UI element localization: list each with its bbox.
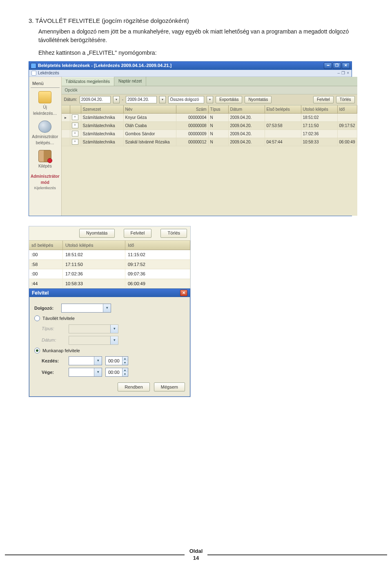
col-time[interactable]: Idő [125,241,190,250]
col-date[interactable]: Dátum [229,105,265,113]
folder-icon [38,91,51,103]
radio-munkanap[interactable]: Munkanap felvitele [34,347,185,354]
close-button[interactable]: ✕ [342,63,350,69]
radio-tavollet[interactable]: Távollét felvitele [34,315,185,322]
table-row[interactable]: :0018:51:0211:15:02 [29,250,190,260]
col-org[interactable]: Szervezet [81,105,124,113]
export-button[interactable]: Exportálás [216,96,242,103]
page-footer: Oldal 14 [0,548,392,562]
col-time[interactable]: Idő [338,105,357,113]
mdi-minimize-icon[interactable]: – [338,70,340,76]
sidebar-label: Kilépés [38,163,52,169]
sidebar-item-new-query[interactable]: Új lekérdezés… [31,91,60,116]
dolgozo-label: Dolgozó: [34,305,61,312]
window-titlebar[interactable]: Beléptetés lekérdezések - [Lekérdezés 20… [29,62,352,70]
spin-down-icon[interactable]: ▼ [122,372,128,376]
radio-label: Munkanap felvitele [42,347,80,354]
employee-dropdown-icon[interactable]: ▾ [207,96,213,103]
table-row[interactable]: +SzámítástechnikaSzakál Istvánné Rózsika… [62,138,357,146]
felvitel-button[interactable]: Felvitel [313,96,334,103]
date-label: Dátum: [64,96,77,103]
col-last[interactable]: Utolsó kilépés [63,241,125,250]
options-bar[interactable]: Opciók [62,86,357,94]
globe-icon [38,121,51,133]
dialog-titlebar[interactable]: Felvitel ✕ [29,289,190,297]
zoom-toolbar: Nyomtatás Felvitel Törlés [29,226,190,241]
vege-date-combo[interactable]: ▾ [69,368,102,377]
tipus-combo: ▾ [69,324,118,333]
torles-button[interactable]: Törlés [336,96,355,103]
dialog-title: Felvitel [32,289,49,297]
table-row[interactable]: ▸+SzámítástechnikaKnyur Géza00000004N200… [62,114,357,122]
chevron-down-icon: ▾ [103,304,111,312]
table-header: Szervezet Név Szám Típus Dátum Első belé… [62,105,357,114]
window-title: Beléptetés lekérdezések - [Lekérdezés 20… [38,62,172,69]
main-panel: Táblázatos megjelenítés Naptár nézet Opc… [62,77,357,216]
radio-label: Távollét felvitele [42,315,75,322]
table-row[interactable]: :4410:58:3306:00:49 [29,279,190,289]
vege-time[interactable]: 00:00 ▲▼ [105,368,128,377]
chevron-down-icon: ▾ [94,357,102,365]
date-to-field[interactable]: 2009.04.20. [126,96,157,103]
kezdes-time[interactable]: 00:00 ▲▼ [105,356,128,365]
expand-icon[interactable]: + [72,123,78,128]
admin-mode-label: Adminisztrátor mód Kijelentkezés [31,173,60,191]
dialog-close-button[interactable]: ✕ [180,290,187,296]
footer-oldal: Oldal [189,548,203,555]
dolgozo-combo[interactable]: ▾ [61,304,111,313]
logout-link[interactable]: Kijelentkezés [31,186,60,191]
table-row[interactable]: +SzámítástechnikaOláh Csaba00000008N2009… [62,122,357,130]
mdi-menubar: Lekérdezés – ❐ × [29,70,352,77]
felvitel-dialog: Felvitel ✕ Dolgozó: ▾ Távollét felvitele… [29,288,190,397]
col-num[interactable]: Szám [176,105,209,113]
sidebar-item-admin[interactable]: Adminisztrátor belépés… [31,121,60,146]
ok-button[interactable]: Rendben [118,382,150,391]
radio-icon [34,315,40,321]
torles-button[interactable]: Törlés [160,229,187,238]
dash: - [122,96,123,103]
expand-icon[interactable]: + [72,139,78,145]
cancel-button[interactable]: Mégsem [154,382,185,391]
expand-icon[interactable]: + [72,114,78,120]
vege-label: Vége: [42,369,69,376]
kezdes-label: Kezdés: [42,358,69,364]
chevron-down-icon: ▾ [110,325,118,333]
col-type[interactable]: Típus [209,105,229,113]
mdi-close-icon[interactable]: × [347,70,349,76]
sidebar-item-exit[interactable]: Kilépés [31,150,60,169]
print-button[interactable]: Nyomtatás [245,96,272,103]
maximize-button[interactable]: ❐ [333,63,341,69]
print-button[interactable]: Nyomtatás [79,229,115,238]
mdi-restore-icon[interactable]: ❐ [341,70,345,76]
zoom-panel: Nyomtatás Felvitel Törlés ső belépés Uto… [29,226,191,398]
chevron-down-icon: ▾ [110,336,118,344]
date-from-dropdown-icon[interactable]: ▾ [113,96,120,103]
intro-paragraph-2: Ehhez kattintson a „FELVITEL" nyomógombr… [38,49,363,57]
spin-up-icon[interactable]: ▲ [122,357,128,361]
tab-table-view[interactable]: Táblázatos megjelenítés [62,77,114,86]
col-name[interactable]: Név [124,105,176,113]
felvitel-button[interactable]: Felvitel [124,229,152,238]
radio-selected-icon [34,348,40,353]
datum-label: Dátum: [42,337,69,344]
app-window: Beléptetés lekérdezések - [Lekérdezés 20… [29,61,352,216]
minimize-button[interactable]: ━ [324,63,332,69]
table-row[interactable]: :0017:02:3609:07:36 [29,269,190,279]
expand-icon[interactable]: + [72,131,78,136]
kezdes-date-combo[interactable]: ▾ [69,356,102,365]
tab-calendar-view[interactable]: Naptár nézet [114,77,146,86]
mdi-menu-item[interactable]: Lekérdezés [38,70,59,76]
col-last[interactable]: Utolsó kilépés [301,105,338,113]
date-to-dropdown-icon[interactable]: ▾ [159,96,166,103]
spin-up-icon[interactable]: ▲ [122,368,128,372]
datum-combo: ▾ [69,336,118,345]
date-from-field[interactable]: 2009.04.20. [80,96,111,103]
col-first[interactable]: Első belépés [265,105,301,113]
section-heading: 3. TÁVOLLÉT FELVITELE (jogcím rögzítése … [29,16,363,26]
spin-down-icon[interactable]: ▼ [122,361,128,365]
col-first[interactable]: ső belépés [29,241,63,250]
table-row[interactable]: +SzámítástechnikaGombos Sándor00000009N2… [62,130,357,138]
sidebar-label: Új lekérdezés… [31,104,60,116]
table-row[interactable]: :5817:11:5009:17:52 [29,260,190,270]
employee-filter[interactable]: Összes dolgozó [168,96,204,103]
